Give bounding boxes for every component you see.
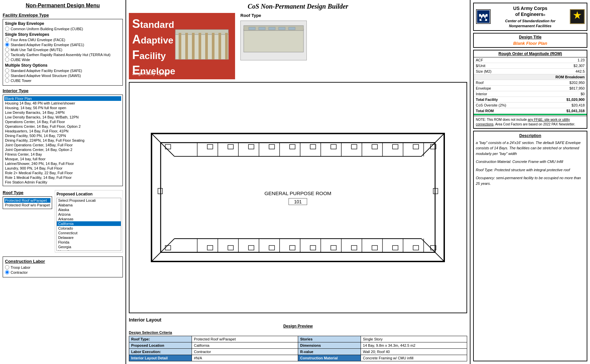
location-item-hawaii[interactable]: Hawaii <box>57 249 121 251</box>
construction-labor-label: Construction Labor <box>5 259 121 264</box>
interior-item-14[interactable]: Latrine/Shower, 240 PN, 14 Bay, Full Flo… <box>4 161 121 166</box>
svg-rect-88 <box>485 17 487 19</box>
rvalue-label-cell: R-value <box>298 349 361 355</box>
envelope-radio-mute[interactable] <box>5 47 9 52</box>
rom-row-unit: $/Unit $2,307 <box>474 63 587 68</box>
interior-item-3[interactable]: Low Density Barracks, 14 Bay, 24PN <box>4 110 121 115</box>
envelope-radio-safe1[interactable] <box>5 42 9 47</box>
labor-troop[interactable]: Troop Labor <box>5 265 121 269</box>
interior-item-9[interactable]: Dining Facility, 224PN, 14 Bay, Full Flo… <box>4 138 121 143</box>
roof-item-1[interactable]: Protected Roof w/o Parapet <box>4 203 50 207</box>
interior-item-1[interactable]: Housing 14 Bay, 48 PN with Latrine/showe… <box>4 101 121 106</box>
interior-item-17[interactable]: Role 1 Medical Facility, 14 Bay, Full Fl… <box>4 175 121 180</box>
envelope-option-mute[interactable]: Multi Use Tall Envelope (MUTE) <box>5 47 121 52</box>
description-header: Description <box>476 133 585 138</box>
envelope-label-face: Four Area CMU Envelope (FACE) <box>11 38 65 42</box>
interior-value-cell: #N/A <box>192 355 298 361</box>
rom-value-interior: $0 <box>542 91 587 97</box>
envelope-radio-cube-wide[interactable] <box>5 57 9 62</box>
interior-item-4[interactable]: Low Density Barracks, 14 Bay, W/Bath, 12… <box>4 115 121 119</box>
svg-rect-4 <box>192 33 195 59</box>
roof-item-0[interactable]: Protected Roof w/Parapet <box>4 198 50 203</box>
center-panel: CoS Non-Permanent Design Builder Standar… <box>126 0 470 364</box>
envelope-radio-face[interactable] <box>5 37 9 42</box>
interior-item-5[interactable]: Operations Center, 14 Bay, Full Floor <box>4 119 121 124</box>
labor-label-troop: Troop Labor <box>11 265 31 269</box>
safe-image-box: Standard Adaptive Facility Envelope Sing… <box>129 13 235 79</box>
facility-envelope-section: Facility Envelope Type Single Bay Envelo… <box>3 13 123 86</box>
interior-item-0[interactable]: Blank Floor Plan <box>4 96 121 101</box>
location-item-georgia[interactable]: Georgia <box>57 245 121 249</box>
rom-header: Rough Order of Magnitude (ROM) <box>474 50 587 57</box>
floor-plan-container: GENERAL PURPOSE ROOM 101 <box>129 82 467 313</box>
location-item-florida[interactable]: Florida <box>57 240 121 245</box>
interior-item-11[interactable]: Joint Operations Center, 14 Bay, Option … <box>4 147 121 152</box>
envelope-option-safe1[interactable]: Standard Adaptive Facility Envelope (SAF… <box>5 42 121 47</box>
design-criteria-title: Design Selection Criteria <box>129 330 467 334</box>
interior-item-10[interactable]: Joint Operations Center, 14Bay, Full Flo… <box>4 143 121 147</box>
labor-radio-troop[interactable] <box>5 265 9 269</box>
rom-label-envelope: Envelope <box>474 85 542 91</box>
interior-layout-section: Interior Layout Design Preview Design Se… <box>129 317 467 361</box>
location-item-colorado[interactable]: Colorado <box>57 226 121 231</box>
location-item-california[interactable]: California <box>57 221 121 226</box>
interior-item-12[interactable]: Fitness Center, 14 Bay <box>4 152 121 157</box>
labor-value-cell: Contractor <box>192 349 298 355</box>
construction-material-bold: Construction Material <box>300 356 338 360</box>
multiple-story-label: Multiple Story Options <box>5 63 121 68</box>
interior-type-label: Interior Type <box>3 88 123 93</box>
dimensions-bold: Dimensions <box>300 343 321 347</box>
rom-note: NOTE: This ROM does not include any FF&E… <box>474 116 587 128</box>
envelope-label-cube-tower: CUBE Tower <box>11 79 32 83</box>
rom-value-oversite: $20,418 <box>542 102 587 108</box>
envelope-radio-cube[interactable] <box>5 27 9 31</box>
envelope-option-cube[interactable]: Common Uniform Building Envelope (CUBE) <box>5 27 121 31</box>
location-item-delaware[interactable]: Delaware <box>57 235 121 240</box>
interior-item-2[interactable]: Housing, 14 bay, 56 PN full floor open <box>4 106 121 110</box>
interior-item-18[interactable]: Fire Station Admin Facility <box>4 180 121 184</box>
envelope-option-face[interactable]: Four Area CMU Envelope (FACE) <box>5 37 121 42</box>
facility-envelope-label: Facility Envelope Type <box>3 13 123 18</box>
registered-mark: ® <box>543 14 545 17</box>
location-item-arkansas[interactable]: Arkansas <box>57 217 121 221</box>
rom-row-interior: Interior $0 <box>474 91 587 97</box>
location-item-alaska[interactable]: Alaska <box>57 207 121 212</box>
table-row-labor: Labor Execution: Contractor R-value Wall… <box>129 349 467 355</box>
interior-item-15[interactable]: Laundry, 900 PN, 14 Bay, Full Floor <box>4 166 121 171</box>
envelope-option-safe[interactable]: Standard Adaptive Facility Envelope (SAF… <box>5 68 121 73</box>
envelope-radio-terra[interactable] <box>5 52 9 57</box>
left-panel: Non-Permanent Design Menu Facility Envel… <box>0 0 126 364</box>
rom-row-envelope: Envelope $817,950 <box>474 85 587 91</box>
rom-value-total: $1,041,318 <box>542 108 587 113</box>
roof-type-display-label: Roof Type <box>240 13 307 18</box>
location-item-select[interactable]: Select Proposed Locati <box>57 198 121 203</box>
envelope-radio-cube-tower[interactable] <box>5 78 9 83</box>
interior-item-7[interactable]: Headquarters, 14 Bay, Full Floor, 41PN <box>4 129 121 133</box>
location-item-alabama[interactable]: Alabama <box>57 203 121 207</box>
right-header: US Army Corps of Engineers® Center of St… <box>473 3 587 31</box>
labor-label-cell: Labor Execution: <box>129 349 192 355</box>
envelope-option-cube-tower[interactable]: CUBE Tower <box>5 78 121 83</box>
design-title-header: Design Title <box>475 35 585 39</box>
svg-rect-86 <box>479 17 481 19</box>
location-item-arizona[interactable]: Arizona <box>57 212 121 217</box>
labor-radio-contractor[interactable] <box>5 270 9 274</box>
design-title-box: Design Title Blank Floor Plan <box>473 33 587 48</box>
labor-contractor[interactable]: Contractor <box>5 270 121 274</box>
envelope-option-terra[interactable]: Tactically Earthen Rapidly Raised Assemb… <box>5 52 121 57</box>
interior-item-16[interactable]: Role 2+ Medical Faciliy, 22 Bay, Full Fl… <box>4 171 121 175</box>
envelope-label-cube: Common Uniform Building Envelope (CUBE) <box>11 27 83 31</box>
safe-f: F <box>132 48 139 62</box>
location-item-connecticut[interactable]: Connecticut <box>57 231 121 235</box>
center-title: CoS Non-Permanent Design Builder <box>129 3 467 10</box>
interior-item-6[interactable]: Operations Center, 14 Bay, Full Floor, O… <box>4 124 121 129</box>
envelope-option-saws[interactable]: Standard Adaptive Wood Structure (SAWS) <box>5 73 121 78</box>
envelope-option-cube-wide[interactable]: CUBE Wide <box>5 57 121 62</box>
safe-a: A <box>132 33 141 46</box>
roof-list: Protected Roof w/Parapet Protected Roof … <box>4 198 50 207</box>
interior-item-8[interactable]: Dining Facility, 500 PN, 14 Bay, 72PN <box>4 133 121 138</box>
envelope-radio-safe[interactable] <box>5 68 9 73</box>
interior-item-13[interactable]: Mosque, 14 bay, full floor <box>4 157 121 161</box>
envelope-radio-saws[interactable] <box>5 73 9 78</box>
rom-label-acf: ACF <box>474 57 542 63</box>
